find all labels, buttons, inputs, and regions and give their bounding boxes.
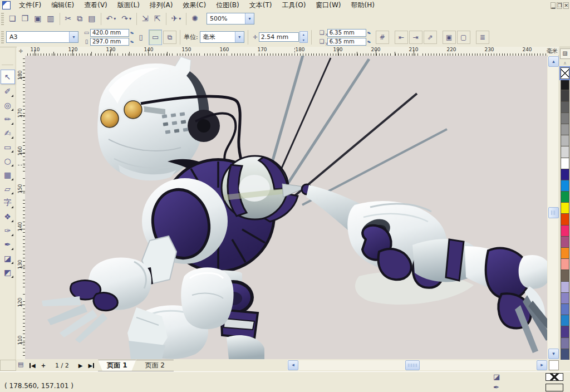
ruler-origin-button[interactable]: ✛ — [17, 47, 25, 56]
text-tool[interactable]: 字 — [1, 196, 14, 209]
color-swatch[interactable] — [561, 101, 569, 113]
marquee-select-button[interactable]: ▢ — [457, 31, 470, 44]
nudge-offset-field[interactable]: 2.54 mm — [259, 32, 299, 42]
color-swatch[interactable] — [561, 281, 569, 293]
menu-item-text[interactable]: 文本(T) — [244, 1, 277, 9]
color-swatch[interactable] — [561, 213, 569, 225]
shape-tool[interactable]: ✐ — [1, 85, 14, 98]
vertical-scrollbar[interactable]: ▴ ▾ — [548, 56, 558, 360]
color-swatch[interactable] — [561, 236, 569, 248]
vertical-scrollbar-thumb[interactable] — [548, 207, 559, 218]
palette-scroll-up-button[interactable]: ∧ — [561, 60, 570, 67]
paper-height-field[interactable]: 297.0 mm — [90, 38, 129, 46]
smart-drawing-tool[interactable]: ✍ — [1, 126, 14, 140]
color-swatch[interactable] — [561, 337, 569, 349]
application-launcher-button[interactable]: ✈▾ — [169, 12, 184, 26]
scroll-down-icon[interactable]: ▾ — [548, 349, 559, 359]
scroll-right-icon[interactable]: ▸ — [537, 360, 547, 370]
color-swatch[interactable] — [561, 315, 569, 326]
menu-item-tools[interactable]: 工具(O) — [277, 1, 311, 9]
menu-item-arrange[interactable]: 排列(A) — [145, 1, 178, 9]
add-page-button[interactable]: + — [38, 362, 48, 369]
color-swatch[interactable] — [561, 158, 569, 169]
undo-button[interactable]: ↶▾ — [104, 12, 119, 26]
color-swatch[interactable] — [561, 270, 569, 281]
color-swatch[interactable] — [561, 326, 569, 337]
copy-button[interactable]: ⧉ — [75, 12, 85, 26]
chevron-down-icon[interactable]: ▾ — [179, 16, 181, 21]
property-bar-options-button[interactable]: ≣ — [476, 31, 489, 44]
palette-menu-button[interactable]: ▨ — [560, 48, 570, 59]
color-swatch[interactable] — [561, 303, 569, 315]
freehand-tool[interactable]: ✏ — [1, 112, 14, 126]
eyedropper-tool[interactable]: ✑ — [1, 224, 14, 237]
paper-height-spinner[interactable]: ▾▴ — [130, 40, 133, 44]
paper-width-spinner[interactable]: ▾▴ — [130, 31, 133, 35]
save-button[interactable]: ▣ — [32, 12, 43, 26]
print-button[interactable]: ▥ — [45, 12, 56, 26]
menu-item-view[interactable]: 查看(V) — [79, 1, 112, 9]
color-swatch[interactable] — [561, 247, 569, 259]
set-default-layout-button[interactable]: ⧉ — [163, 31, 176, 44]
horizontal-ruler[interactable]: 1101201301401501601701801902002102202302… — [25, 47, 547, 56]
tab-page-2[interactable]: 页面 2 — [136, 360, 174, 371]
units-combo[interactable]: 毫米 ▾ — [200, 31, 244, 43]
interactive-fill-tool[interactable]: ◩ — [1, 266, 14, 279]
treat-as-filled-button[interactable]: ▣ — [443, 31, 456, 44]
color-swatch[interactable] — [561, 225, 569, 237]
snap-to-objects-button[interactable]: ⇥ — [409, 31, 422, 44]
cut-button[interactable]: ✂ — [63, 12, 74, 26]
color-swatch[interactable] — [561, 146, 569, 158]
open-button[interactable]: ❒ — [19, 12, 31, 26]
restore-button[interactable]: ❐ — [557, 2, 562, 9]
color-swatch[interactable] — [561, 112, 569, 124]
toolbar-grip[interactable] — [1, 13, 4, 25]
zoom-tool[interactable]: ◎ — [1, 99, 14, 112]
paste-button[interactable]: ▤ — [86, 12, 97, 26]
horizontal-scrollbar-thumb[interactable] — [405, 360, 420, 370]
next-page-button[interactable]: ▶ — [76, 362, 86, 369]
new-button[interactable]: ❏ — [7, 12, 18, 26]
navigator-icon[interactable]: ▤ — [18, 361, 23, 368]
menu-item-window[interactable]: 窗口(W) — [311, 1, 346, 9]
color-swatch[interactable] — [561, 135, 569, 146]
duplicate-y-field[interactable]: 6.35 mm — [327, 38, 366, 46]
scroll-left-icon[interactable]: ◂ — [288, 360, 298, 370]
menu-item-bitmaps[interactable]: 位图(B) — [211, 1, 244, 9]
minimize-button[interactable]: ▁ — [551, 2, 556, 9]
pick-tool[interactable]: ↖ — [1, 70, 15, 84]
corel-online-button[interactable]: ✺ — [189, 12, 200, 26]
property-bar-grip[interactable] — [1, 31, 4, 43]
chevron-down-icon[interactable]: ▾ — [245, 13, 254, 24]
chevron-down-icon[interactable]: ▾ — [69, 32, 78, 42]
import-button[interactable]: ⇲ — [140, 12, 151, 26]
scroll-up-icon[interactable]: ▴ — [548, 56, 559, 67]
graph-paper-tool[interactable]: ▦ — [1, 168, 14, 182]
menu-item-effects[interactable]: 效果(C) — [178, 1, 211, 9]
landscape-button[interactable]: ▭ — [149, 30, 162, 45]
color-swatch[interactable] — [561, 258, 569, 270]
export-button[interactable]: ⇱ — [152, 12, 163, 26]
tab-page-1[interactable]: 页面 1 — [98, 360, 136, 371]
interactive-blend-tool[interactable]: ❖ — [1, 210, 14, 223]
vertical-ruler[interactable]: 180170160150140130120110 — [17, 56, 26, 359]
spin-up-icon[interactable]: ▴ — [300, 32, 307, 37]
menu-item-file[interactable]: 文件(F) — [14, 1, 46, 9]
chevron-down-icon[interactable]: ▾ — [114, 16, 116, 21]
color-swatch[interactable] — [561, 180, 569, 192]
nudge-offset-spinner[interactable]: ▴ ▾ — [299, 31, 308, 43]
outline-tool[interactable]: ✒ — [1, 238, 14, 251]
redo-button[interactable]: ↷▾ — [119, 12, 134, 26]
color-swatch[interactable] — [561, 124, 569, 135]
ellipse-tool[interactable]: ○ — [1, 154, 14, 168]
fill-tool[interactable]: ◪ — [1, 252, 14, 265]
last-page-button[interactable]: ▶ — [86, 362, 97, 369]
horizontal-scrollbar[interactable]: ◂ ▸ — [287, 360, 548, 370]
snap-to-grid-button[interactable]: # — [376, 31, 389, 44]
color-swatch[interactable] — [561, 79, 569, 90]
portrait-button[interactable]: ▯ — [134, 30, 148, 45]
basic-shapes-tool[interactable]: ▱ — [1, 182, 14, 195]
color-swatch[interactable] — [561, 349, 569, 360]
color-swatch[interactable] — [561, 191, 569, 203]
rectangle-tool[interactable]: ▭ — [1, 140, 14, 154]
